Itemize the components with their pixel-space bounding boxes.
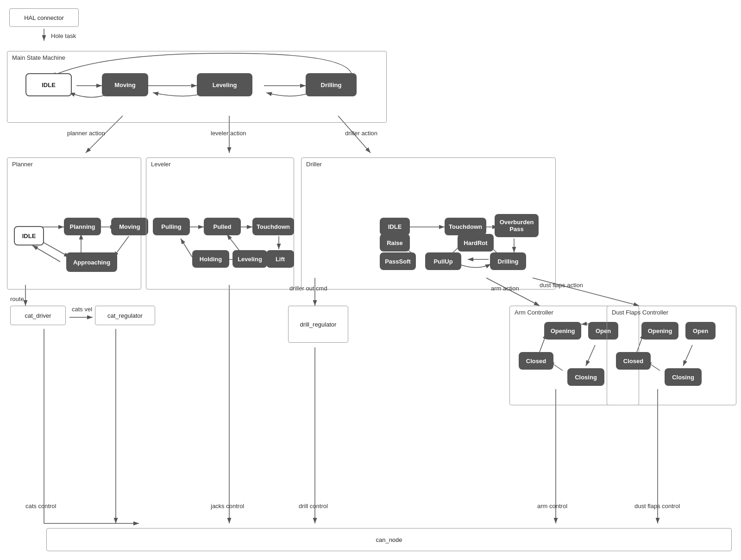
route-label: route <box>10 296 24 302</box>
driller-out-cmd-label: driller out cmd <box>289 285 327 292</box>
diagram-container: HAL connector Hole task Main State Machi… <box>0 0 741 560</box>
planner-label: Planner <box>12 161 33 168</box>
driller-raise-state: Raise <box>380 234 410 252</box>
driller-passsoft-state: PassSoft <box>380 252 416 270</box>
driller-hardrot-state: HardRot <box>458 234 494 252</box>
dust-flaps-control-label: dust flaps control <box>634 503 680 510</box>
cats-vel-label: cats vel <box>72 306 92 313</box>
arm-closed-state: Closed <box>519 352 553 370</box>
driller-overburden-state: Overburden Pass <box>495 214 539 237</box>
arm-opening-state: Opening <box>544 322 581 340</box>
leveler-lift-state: Lift <box>266 250 294 268</box>
leveler-touchdown-state: Touchdown <box>252 218 294 235</box>
main-moving-state: Moving <box>102 73 148 96</box>
planner-action-label: planner action <box>67 130 105 137</box>
dust-closed-state: Closed <box>616 352 651 370</box>
leveler-leveling-state: Leveling <box>232 250 267 268</box>
arm-controller-label: Arm Controller <box>515 309 553 316</box>
planner-planning-state: Planning <box>64 218 101 235</box>
arm-control-label: arm control <box>537 503 567 510</box>
main-leveling-state: Leveling <box>197 73 252 96</box>
main-drilling-state: Drilling <box>306 73 357 96</box>
cat-driver-box: cat_driver <box>10 306 66 325</box>
planner-idle-state: IDLE <box>14 226 44 245</box>
drill-regulator-label: drill_regulator <box>300 321 337 328</box>
leveler-label: Leveler <box>151 161 171 168</box>
arm-action-label: arm action <box>491 285 519 292</box>
leveler-pulled-state: Pulled <box>204 218 241 235</box>
dust-open-state: Open <box>685 322 716 340</box>
dust-flaps-controller-label: Dust Flaps Controller <box>612 309 668 316</box>
can-node-label: can_node <box>376 536 402 543</box>
planner-moving-state: Moving <box>111 218 148 235</box>
driller-touchdown-state: Touchdown <box>445 218 486 235</box>
leveler-pulling-state: Pulling <box>153 218 190 235</box>
cats-control-label: cats control <box>25 503 56 510</box>
dust-flaps-action-label: dust flaps action <box>540 282 583 289</box>
drill-regulator-box: drill_regulator <box>288 306 348 343</box>
cat-regulator-box: cat_regulator <box>95 306 155 325</box>
hal-connector-box: HAL connector <box>9 8 79 27</box>
cat-driver-label: cat_driver <box>25 312 51 319</box>
drill-control-label: drill control <box>299 503 328 510</box>
driller-action-label: driller action <box>345 130 377 137</box>
driller-idle-state: IDLE <box>380 218 410 235</box>
hal-connector-label: HAL connector <box>24 14 64 21</box>
can-node-box: can_node <box>46 528 732 551</box>
planner-approaching-state: Approaching <box>66 252 117 272</box>
driller-label: Driller <box>306 161 322 168</box>
driller-pullup-state: PullUp <box>425 252 461 270</box>
main-idle-state: IDLE <box>25 73 72 96</box>
leveler-holding-state: Holding <box>192 250 229 268</box>
driller-drilling-state: Drilling <box>490 252 526 270</box>
jacks-control-label: jacks control <box>211 503 244 510</box>
main-state-machine-label: Main State Machine <box>12 54 65 61</box>
dust-closing-state: Closing <box>665 368 702 386</box>
arm-closing-state: Closing <box>567 368 604 386</box>
dust-opening-state: Opening <box>641 322 678 340</box>
cat-regulator-label: cat_regulator <box>107 312 143 319</box>
hole-task-label: Hole task <box>51 32 76 39</box>
leveler-action-label: leveler action <box>211 130 246 137</box>
